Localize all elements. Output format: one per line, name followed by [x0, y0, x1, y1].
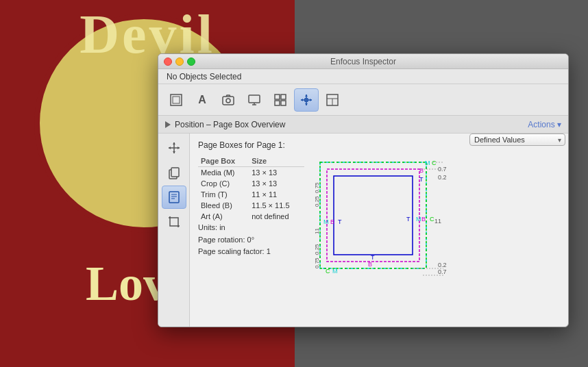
svg-text:T: T — [338, 218, 342, 225]
svg-text:0.25: 0.25 — [314, 244, 320, 255]
svg-rect-38 — [327, 169, 419, 262]
svg-text:B: B — [330, 218, 334, 225]
transform-tool-button[interactable] — [164, 88, 188, 112]
section-triangle-icon — [165, 121, 171, 128]
close-button[interactable] — [164, 58, 172, 66]
svg-rect-37 — [320, 162, 426, 268]
svg-rect-2 — [223, 97, 234, 105]
svg-text:M: M — [332, 268, 338, 275]
col-header-page-box: Page Box — [198, 155, 249, 167]
page-boxes-diagram: M C 0.75 B 0.25 T — [313, 155, 447, 289]
dropdown-container: Defined Values All Values Custom Values … — [469, 134, 565, 146]
page-panel-button[interactable] — [162, 186, 186, 209]
page-icon — [167, 190, 181, 204]
svg-rect-5 — [275, 94, 280, 99]
copy-panel-button[interactable] — [162, 161, 186, 184]
crop-panel-button[interactable] — [162, 210, 186, 233]
layout-icon — [326, 93, 339, 107]
layout-tool-button[interactable] — [320, 88, 345, 112]
svg-text:0.25: 0.25 — [438, 174, 447, 181]
svg-rect-0 — [171, 94, 182, 105]
defined-values-dropdown[interactable]: Defined Values All Values Custom Values — [469, 134, 565, 146]
svg-text:T: T — [371, 254, 375, 261]
camera-tool-button[interactable] — [216, 88, 241, 112]
minimize-button[interactable] — [175, 58, 184, 66]
svg-marker-15 — [310, 99, 312, 101]
table-row: Media (M) 13 × 13 — [198, 167, 304, 179]
table-row: Bleed (B) 11.5 × 11.5 — [198, 200, 304, 211]
scaling-label: Page scaling factor: 1 — [198, 246, 308, 258]
title-bar: Enfocus Inspector — [158, 54, 568, 69]
zoom-button[interactable] — [187, 58, 195, 66]
units-label: Units: in — [198, 222, 308, 234]
svg-text:M: M — [323, 218, 329, 225]
svg-rect-7 — [275, 101, 280, 105]
meta-info: Units: in Page rotation: 0° Page scaling… — [198, 222, 308, 258]
col-header-size: Size — [249, 155, 304, 167]
svg-rect-31 — [170, 218, 178, 226]
svg-rect-26 — [171, 168, 179, 177]
no-objects-label: No Objects Selected — [167, 72, 241, 81]
copy-icon — [167, 166, 181, 179]
traffic-lights — [164, 58, 195, 66]
svg-text:T: T — [406, 216, 411, 223]
svg-rect-6 — [281, 94, 286, 99]
box-name-bleed: Bleed (B) — [198, 200, 249, 211]
svg-text:0.75: 0.75 — [314, 182, 320, 193]
box-name-crop: Crop (C) — [198, 178, 249, 189]
svg-text:0.25: 0.25 — [438, 262, 447, 268]
monitor-tool-button[interactable] — [242, 88, 267, 112]
main-content: Page Boxes for Page 1: Defined Values Al… — [158, 134, 568, 327]
toolbar: A — [158, 84, 568, 116]
box-size-art: not defined — [249, 211, 304, 222]
box-size-media: 13 × 13 — [249, 167, 304, 179]
svg-rect-4 — [249, 95, 260, 103]
section-header: Position – Page Box Overview Actions ▾ — [158, 116, 568, 134]
table-row: Crop (C) 13 × 13 — [198, 178, 304, 189]
grid-icon — [273, 93, 287, 107]
camera-icon — [221, 93, 235, 107]
table-row: Trim (T) 11 × 11 — [198, 189, 304, 200]
svg-marker-23 — [169, 147, 171, 149]
svg-text:0.75: 0.75 — [314, 257, 320, 268]
move-panel-button[interactable] — [162, 136, 186, 160]
svg-text:0.75: 0.75 — [438, 268, 447, 275]
diagram-container: M C 0.75 B 0.25 T — [313, 155, 560, 291]
svg-text:0.25: 0.25 — [314, 196, 320, 207]
window-title: Enfocus Inspector — [330, 57, 396, 66]
svg-text:B: B — [368, 261, 372, 268]
position-tool-button[interactable] — [294, 88, 319, 112]
svg-rect-36 — [320, 162, 426, 268]
box-size-crop: 13 × 13 — [249, 178, 304, 189]
svg-text:M: M — [425, 160, 430, 166]
page-boxes-table-container: Page Box Size Media (M) 13 × 13 Crop (C) — [198, 155, 308, 291]
text-tool-button[interactable]: A — [190, 88, 215, 112]
svg-text:11: 11 — [434, 218, 441, 225]
svg-text:0.75: 0.75 — [438, 166, 447, 173]
svg-marker-14 — [301, 99, 303, 101]
box-name-art: Art (A) — [198, 211, 249, 222]
svg-text:C: C — [326, 268, 330, 275]
inspector-window: Enfocus Inspector No Objects Selected A — [158, 53, 569, 327]
svg-marker-21 — [173, 142, 175, 144]
content-area: Page Boxes for Page 1: Defined Values Al… — [190, 134, 568, 327]
svg-text:B: B — [421, 216, 426, 223]
left-icon-panel — [158, 134, 190, 327]
grid-tool-button[interactable] — [268, 88, 293, 112]
move-icon — [167, 141, 181, 155]
svg-marker-22 — [173, 151, 175, 153]
svg-text:11: 11 — [314, 228, 320, 234]
position-icon — [299, 93, 313, 107]
no-objects-bar: No Objects Selected — [158, 69, 568, 84]
box-name-media: Media (M) — [198, 167, 249, 179]
svg-marker-12 — [305, 94, 308, 97]
svg-marker-13 — [305, 103, 308, 105]
monitor-icon — [247, 93, 261, 107]
dropdown-wrapper: Defined Values All Values Custom Values … — [469, 134, 565, 146]
box-size-trim: 11 × 11 — [249, 189, 304, 200]
svg-text:C: C — [430, 216, 434, 223]
section-title: Position – Page Box Overview — [175, 120, 528, 129]
table-diagram-container: Page Box Size Media (M) 13 × 13 Crop (C) — [198, 155, 560, 291]
actions-button[interactable]: Actions ▾ — [528, 120, 561, 129]
svg-rect-8 — [281, 101, 286, 105]
